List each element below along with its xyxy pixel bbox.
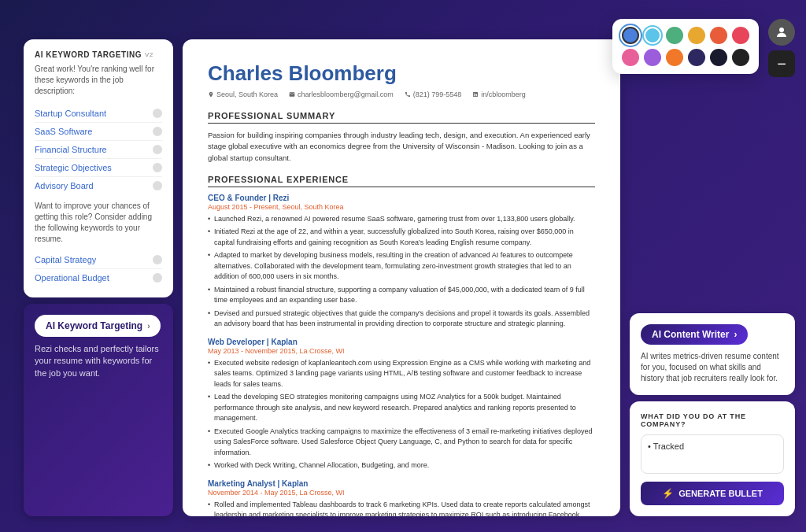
keyword-item-4: Strategic Objectives [35,159,162,177]
keyword-dot-2 [153,127,162,136]
resume-name: Charles Bloomberg [208,61,595,86]
keyword-item-5: Advisory Board [35,177,162,194]
color-option-dark-blue[interactable] [688,49,705,66]
version-badge: V2 [145,51,153,58]
color-row-2 [622,49,749,66]
color-option-purple[interactable] [644,49,661,66]
keyword-card-desc: Great work! You're ranking well for thes… [35,64,162,97]
color-option-green[interactable] [666,27,683,44]
left-sidebar: AI KEYWORD TARGETING V2 Great work! You'… [24,39,173,516]
chevron-right-icon-writer: › [734,329,737,340]
contact-linkedin: in/cbloomberg [472,91,526,98]
extra-keyword-dot-2 [153,273,162,283]
job-dates-3: November 2014 - May 2015, La Crosse, WI [208,489,595,497]
suggest-text: Want to improve your chances of getting … [35,201,162,245]
color-option-red[interactable] [732,27,749,44]
extra-keyword-item-1: Capital Strategy [35,251,162,269]
keyword-item-2: SaaS Software [35,123,162,141]
chevron-right-icon: › [147,322,150,331]
keyword-name-4[interactable]: Strategic Objectives [35,163,112,172]
contact-location: Seoul, South Korea [208,91,278,98]
experience-section-title: PROFESSIONAL EXPERIENCE [208,175,595,187]
color-option-orange-red[interactable] [710,27,727,44]
job-title-1: CEO & Founder | Rezi [208,194,595,202]
ai-writer-description: AI writes metrics-driven resume content … [641,351,784,384]
keyword-item-3: Financial Structure [35,141,162,159]
summary-section-title: PROFESSIONAL SUMMARY [208,111,595,124]
job-bullet-2-1: Executed website redesign of kaplanleant… [208,358,595,390]
keyword-dot-5 [153,181,162,190]
keyword-name-5[interactable]: Advisory Board [35,181,94,190]
color-option-pink[interactable] [622,49,639,66]
color-option-black[interactable] [732,49,749,66]
job-title-2: Web Developer | Kaplan [208,338,595,346]
resume-contact: Seoul, South Korea charlesbloomberg@gmai… [208,91,595,98]
contact-phone: (821) 799-5548 [405,91,462,98]
keyword-dot-1 [153,109,162,118]
ai-keyword-targeting-button[interactable]: AI Keyword Targeting › [35,315,161,337]
job-title-3: Marketing Analyst | Kaplan [208,479,595,488]
keyword-card-title: AI KEYWORD TARGETING V2 [35,50,162,59]
keyword-list: Startup Consultant SaaS Software Financi… [35,105,162,194]
job-entry-3: Marketing Analyst | Kaplan November 2014… [208,479,595,516]
keyword-name-3[interactable]: Financial Structure [35,145,107,154]
job-bullet-1-2: Initiated Rezi at the age of 22, and wit… [208,227,595,248]
color-option-very-dark[interactable] [710,49,727,66]
contact-email: charlesbloomberg@gmail.com [289,91,394,98]
generate-bullet-section: WHAT DID YOU DO AT THE COMPANY? • Tracke… [630,401,795,516]
top-right-controls: − [768,19,795,77]
summary-text: Passion for building inspiring companies… [208,130,595,164]
extra-keyword-name-2[interactable]: Operational Budget [35,273,109,283]
keyword-dot-3 [153,145,162,154]
ai-content-writer-label: AI Content Writer [652,329,729,340]
ai-writer-header: AI Content Writer › [641,324,784,345]
keyword-dot-4 [153,163,162,172]
job-bullet-3-1: Rolled and implemented Tableau dashboard… [208,500,595,516]
svg-point-0 [779,28,784,32]
job-bullet-2-2: Lead the developing SEO strategies monit… [208,392,595,424]
color-row-1 [622,27,749,44]
minimize-button[interactable]: − [768,50,795,77]
job-bullet-1-5: Devised and pursued strategic objectives… [208,308,595,330]
keyword-item-1: Startup Consultant [35,105,162,123]
keyword-targeting-card: AI KEYWORD TARGETING V2 Great work! You'… [24,39,173,297]
right-panel: AI Content Writer › AI writes metrics-dr… [630,39,795,516]
main-container: AI KEYWORD TARGETING V2 Great work! You'… [24,39,795,516]
color-option-yellow[interactable] [688,27,705,44]
job-bullet-1-1: Launched Rezi, a renowned AI powered res… [208,214,595,225]
extra-keyword-dot-1 [153,255,162,264]
generate-bullet-label: GENERATE BULLET [678,489,763,498]
job-entry-2: Web Developer | Kaplan May 2013 - Novemb… [208,338,595,471]
color-option-lightblue[interactable] [644,27,661,44]
extra-keyword-name-1[interactable]: Capital Strategy [35,255,96,264]
job-dates-1: August 2015 - Present, Seoul, South Kore… [208,203,595,211]
extra-keyword-item-2: Operational Budget [35,269,162,286]
job-bullet-1-4: Maintained a robust financial structure,… [208,285,595,306]
ai-content-writer-card: AI Content Writer › AI writes metrics-dr… [630,313,795,395]
generate-input[interactable]: • Tracked [641,434,784,474]
generate-bullet-button[interactable]: ⚡ GENERATE BULLET [641,482,784,505]
color-option-blue[interactable] [622,27,639,44]
ai-content-writer-button[interactable]: AI Content Writer › [641,324,748,345]
color-picker-popup [612,19,759,74]
ai-targeting-desc: Rezi checks and perfectly tailors your r… [35,343,162,379]
job-bullet-1-3: Adapted to market by developing business… [208,250,595,283]
resume-area: Charles Bloomberg Seoul, South Korea cha… [183,39,620,516]
keyword-name-1[interactable]: Startup Consultant [35,109,106,118]
job-bullet-2-3: Executed Google Analytics tracking campa… [208,427,595,459]
job-dates-2: May 2013 - November 2015, La Crosse, WI [208,347,595,355]
job-bullet-2-4: Worked with Deck Writing, Channel Alloca… [208,460,595,471]
extra-keyword-list: Capital Strategy Operational Budget [35,251,162,286]
bolt-icon: ⚡ [662,488,674,499]
ai-targeting-bottom-card: AI Keyword Targeting › Rezi checks and p… [24,304,173,516]
color-option-orange[interactable] [666,49,683,66]
generate-label: WHAT DID YOU DO AT THE COMPANY? [641,412,784,428]
user-avatar-button[interactable] [768,19,795,46]
job-entry-1: CEO & Founder | Rezi August 2015 - Prese… [208,194,595,330]
keyword-name-2[interactable]: SaaS Software [35,127,92,136]
